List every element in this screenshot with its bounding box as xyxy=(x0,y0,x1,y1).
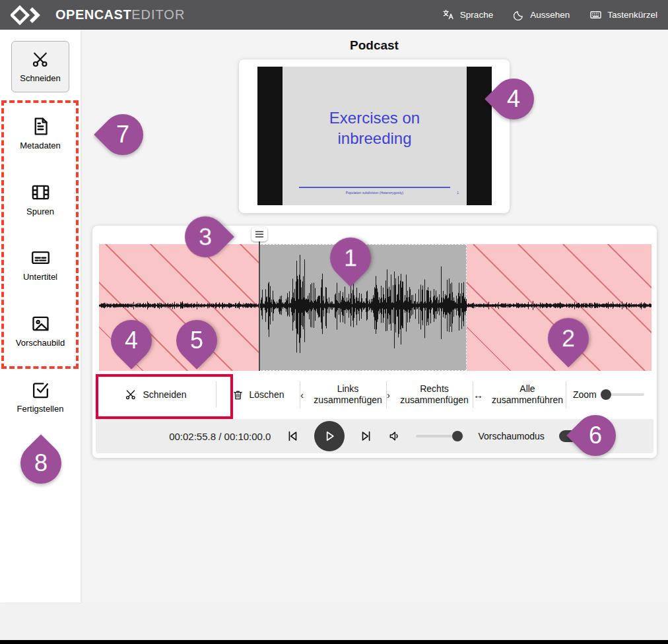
cut-button-label: Schneiden xyxy=(143,389,186,400)
merge-all-label: Alle zusammenführen xyxy=(489,383,566,406)
scrubber-line xyxy=(259,242,260,371)
merge-right-button[interactable]: › Rechts zusammenfügen xyxy=(387,373,473,416)
speaker-icon xyxy=(388,430,401,443)
delete-button[interactable]: Löschen xyxy=(217,373,300,416)
toggle-knob xyxy=(570,432,579,441)
brand-primary: OPENCAST xyxy=(55,7,131,22)
volume-slider-knob[interactable] xyxy=(452,431,463,441)
chevron-right-icon: › xyxy=(387,389,390,401)
sidebar-item-spuren[interactable]: Spuren xyxy=(0,182,81,216)
segment-deleted-left[interactable] xyxy=(99,244,259,371)
top-menu: Sprache Aussehen Tastenkürzel xyxy=(442,9,657,21)
brand-secondary: EDITOR xyxy=(131,7,185,22)
video-slide: Exercises on inbreeding Population subdi… xyxy=(283,67,467,205)
skip-forward-icon xyxy=(359,429,374,443)
merge-right-label: Rechts zusammenfügen xyxy=(396,383,473,406)
chevron-left-icon: ‹ xyxy=(300,389,304,401)
arrow-both-icon: ↔ xyxy=(473,389,483,401)
preview-mode-toggle[interactable] xyxy=(559,430,580,442)
zoom-control: Zoom xyxy=(566,389,653,400)
volume-slider[interactable] xyxy=(416,435,463,437)
segment-deleted-right[interactable] xyxy=(467,244,651,371)
translate-icon xyxy=(442,9,455,21)
keyboard-icon xyxy=(589,9,602,21)
language-label: Sprache xyxy=(460,10,493,20)
opencast-diamond-icon xyxy=(11,5,49,25)
opencast-editor-app: OPENCASTEDITOR Sprache Aussehen xyxy=(0,0,668,644)
zoom-slider[interactable] xyxy=(602,393,644,396)
footer-strip xyxy=(0,602,668,640)
sidebar-item-metadaten[interactable]: Metadaten xyxy=(0,116,81,150)
deleted-hatch-pattern xyxy=(99,244,259,371)
sidebar-item-label: Vorschaubild xyxy=(16,338,65,348)
cut-button[interactable]: Schneiden xyxy=(96,373,216,416)
shortcuts-button[interactable]: Tastenkürzel xyxy=(589,9,657,21)
playback-bar: 00:02:55.8 / 00:10:00.0 xyxy=(96,419,653,453)
bottom-black-bar xyxy=(0,640,668,644)
sidebar-item-label: Untertitel xyxy=(23,272,57,282)
scissors-icon xyxy=(125,389,137,401)
appearance-label: Aussehen xyxy=(530,10,570,20)
sidebar-item-label: Fertigstellen xyxy=(17,404,64,414)
pillarbox-left xyxy=(257,67,283,205)
video-player[interactable]: Exercises on inbreeding Population subdi… xyxy=(257,67,492,205)
slide-page-number: 1 xyxy=(457,191,459,195)
brand-text: OPENCASTEDITOR xyxy=(55,7,185,22)
moon-icon xyxy=(513,9,525,21)
top-bar: OPENCASTEDITOR Sprache Aussehen xyxy=(0,0,668,30)
deleted-hatch-pattern xyxy=(467,244,651,371)
timeline-waveform-area xyxy=(99,244,651,371)
sidebar-item-label: Metadaten xyxy=(20,141,60,150)
scissors-icon xyxy=(31,50,50,69)
play-icon xyxy=(323,430,336,443)
subtitles-icon xyxy=(30,247,51,268)
shortcuts-label: Tastenkürzel xyxy=(607,10,657,20)
trash-icon xyxy=(232,389,244,401)
slide-footer: Population subdivision (Heterozygosity) xyxy=(283,191,467,195)
merge-left-button[interactable]: ‹ Links zusammenfügen xyxy=(300,373,386,416)
time-display: 00:02:55.8 / 00:10:00.0 xyxy=(169,431,271,442)
image-icon xyxy=(30,313,51,334)
volume-button[interactable] xyxy=(388,430,401,443)
zoom-slider-knob[interactable] xyxy=(601,389,611,400)
scrubber-handle[interactable] xyxy=(251,227,267,242)
merge-all-button[interactable]: ↔ Alle zusammenführen xyxy=(473,373,566,416)
sidebar-item-label: Spuren xyxy=(26,207,54,216)
skip-forward-button[interactable] xyxy=(359,429,374,443)
skip-back-icon xyxy=(285,429,300,443)
slide-title: Exercises on inbreeding xyxy=(283,108,467,148)
pillarbox-right xyxy=(467,67,492,205)
sidebar: Schneiden Metadaten Spuren Untertitel xyxy=(0,30,81,602)
opencast-logo: OPENCASTEDITOR xyxy=(11,5,185,25)
play-button[interactable] xyxy=(314,421,345,451)
preview-mode-label: Vorschaumodus xyxy=(478,431,544,441)
delete-button-label: Löschen xyxy=(250,389,284,400)
segment-active[interactable] xyxy=(259,244,467,371)
sidebar-item-label: Schneiden xyxy=(20,73,60,83)
language-button[interactable]: Sprache xyxy=(442,9,493,21)
sidebar-item-schneiden[interactable]: Schneiden xyxy=(11,41,69,92)
sidebar-item-untertitel[interactable]: Untertitel xyxy=(0,247,81,282)
appearance-button[interactable]: Aussehen xyxy=(513,9,570,21)
zoom-label: Zoom xyxy=(573,389,597,400)
timeline-card: Schneiden Löschen ‹ Links zusammenfügen … xyxy=(92,226,657,458)
main-content: Podcast Exercises on inbreeding Populati… xyxy=(81,30,668,602)
skip-back-button[interactable] xyxy=(285,429,300,443)
sidebar-item-fertigstellen[interactable]: Fertigstellen xyxy=(0,379,81,414)
cutting-actions-row: Schneiden Löschen ‹ Links zusammenfügen … xyxy=(96,373,653,416)
page-title: Podcast xyxy=(81,38,668,53)
slide-divider-line xyxy=(299,187,450,188)
film-icon xyxy=(30,182,51,203)
checkbox-check-icon xyxy=(30,379,51,400)
merge-left-label: Links zusammenfügen xyxy=(310,383,386,406)
document-icon xyxy=(30,116,51,137)
video-preview-card: Exercises on inbreeding Population subdi… xyxy=(239,59,510,213)
sidebar-item-vorschaubild[interactable]: Vorschaubild xyxy=(0,313,81,348)
